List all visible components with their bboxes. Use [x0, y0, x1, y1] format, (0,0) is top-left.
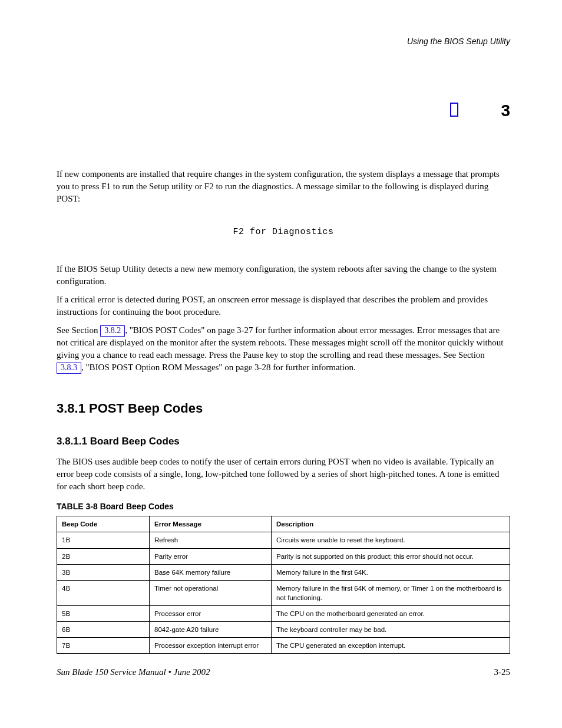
- table-cell: The CPU generated an exception interrupt…: [272, 638, 510, 654]
- paragraph: If new components are installed that req…: [57, 168, 510, 205]
- paragraph: The BIOS uses audible beep codes to noti…: [57, 456, 510, 493]
- table-caption: TABLE 3-8 Board Beep Codes: [57, 501, 510, 513]
- table-header-cell: Beep Code: [57, 516, 150, 532]
- table-cell: 1B: [57, 532, 150, 548]
- table-row: 7B Processor exception interrupt error T…: [57, 638, 510, 654]
- table-cell: 2B: [57, 548, 150, 564]
- subsection-heading: 3.8.1.1 Board Beep Codes: [57, 434, 510, 449]
- paragraph: If the BIOS Setup Utility detects a new …: [57, 263, 510, 288]
- table-cell: 5B: [57, 605, 150, 621]
- page-footer: Sun Blade 150 Service Manual • June 2002…: [57, 667, 510, 677]
- table-beep-codes: Beep Code Error Message Description 1B R…: [57, 516, 510, 654]
- paragraph: If a critical error is detected during P…: [57, 294, 510, 318]
- table-row: 1B Refresh Circuits were unable to reset…: [57, 532, 510, 548]
- table-row: 4B Timer not operational Memory failure …: [57, 580, 510, 605]
- running-header: Using the BIOS Setup Utility: [407, 37, 510, 46]
- table-cell: Base 64K memory failure: [150, 564, 272, 580]
- table-row: 5B Processor error The CPU on the mother…: [57, 605, 510, 621]
- table-cell: Refresh: [150, 532, 272, 548]
- table-cell: 4B: [57, 580, 150, 605]
- table-cell: Memory failure in the first 64K of memor…: [272, 580, 510, 605]
- table-cell: 8042-gate A20 failure: [150, 622, 272, 638]
- footer-page-number: 3-25: [494, 667, 511, 677]
- body-text: If new components are installed that req…: [57, 168, 510, 654]
- table-cell: 3B: [57, 564, 150, 580]
- table-cell: Circuits were unable to reset the keyboa…: [272, 532, 510, 548]
- table-cell: Timer not operational: [150, 580, 272, 605]
- table-cell: Memory failure in the first 64K.: [272, 564, 510, 580]
- table-cell: Processor error: [150, 605, 272, 621]
- chapter-number: 3: [501, 101, 510, 120]
- text: See Section: [57, 325, 100, 335]
- table-cell: Processor exception interrupt error: [150, 638, 272, 654]
- table-cell: The CPU on the motherboard generated an …: [272, 605, 510, 621]
- table-cell: The keyboard controller may be bad.: [272, 622, 510, 638]
- table-header-cell: Description: [272, 516, 510, 532]
- xref-link[interactable]: 3.8.3: [57, 363, 81, 374]
- table-header-row: Beep Code Error Message Description: [57, 516, 510, 532]
- table-cell: 7B: [57, 638, 150, 654]
- section-heading: 3.8.1 POST Beep Codes: [57, 400, 510, 418]
- paragraph: See Section 3.8.2, "BIOS POST Codes" on …: [57, 324, 510, 374]
- xref-link[interactable]: 3.8.2: [100, 325, 125, 337]
- table-cell: Parity is not supported on this product;…: [272, 548, 510, 564]
- table-cell: 6B: [57, 622, 150, 638]
- table-row: 3B Base 64K memory failure Memory failur…: [57, 564, 510, 580]
- table-cell: Parity error: [150, 548, 272, 564]
- footer-left: Sun Blade 150 Service Manual • June 2002: [57, 667, 210, 677]
- table-row: 2B Parity error Parity is not supported …: [57, 548, 510, 564]
- table-header-cell: Error Message: [150, 516, 272, 532]
- table-row: 6B 8042-gate A20 failure The keyboard co…: [57, 622, 510, 638]
- chapter-marker-box: [450, 103, 458, 117]
- text: , "BIOS POST Option ROM Messages" on pag…: [81, 363, 356, 372]
- page: Using the BIOS Setup Utility 3 If new co…: [0, 0, 562, 728]
- inline-code: F2 for Diagnostics: [233, 227, 333, 237]
